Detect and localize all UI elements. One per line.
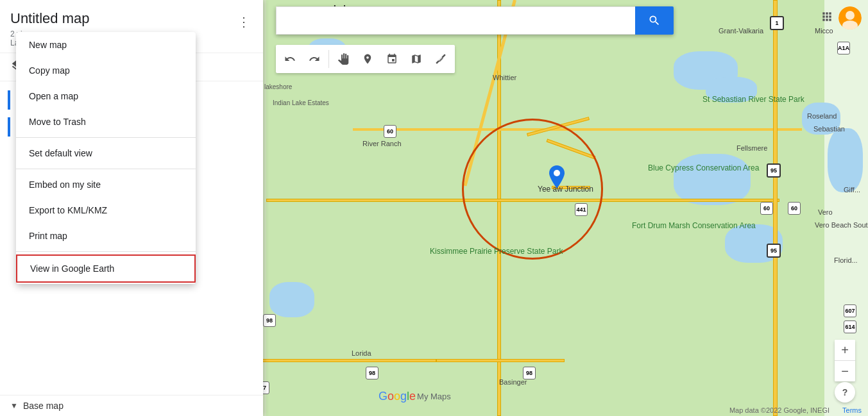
menu-item-view-earth[interactable]: View in Google Earth (16, 254, 196, 283)
road-95 (773, 0, 778, 416)
menu-item-move-trash[interactable]: Move to Trash (16, 109, 196, 135)
shield-98-c: 98 (523, 367, 536, 379)
road-horizontal2 (353, 128, 802, 131)
ruler-icon (435, 53, 447, 65)
menu-item-export-kml[interactable]: Export to KML/KMZ (16, 197, 196, 223)
hand-icon (337, 53, 349, 65)
water-body-4 (674, 154, 751, 205)
svg-point-2 (846, 11, 855, 20)
shield-441-mid: 441 (575, 203, 588, 216)
menu-item-new-map[interactable]: New map (16, 32, 196, 58)
terms-link[interactable]: Terms (842, 406, 862, 414)
shield-95-right: 95 (767, 163, 781, 178)
label-florida: Florid... (834, 256, 858, 264)
shield-a1a: A1A (837, 42, 850, 54)
avatar-image (838, 6, 862, 29)
shield-98: 98 (263, 314, 276, 327)
shape-button[interactable] (405, 47, 428, 71)
road-98-horizontal (244, 359, 436, 362)
base-map-section[interactable]: ▼ Base map (0, 395, 263, 416)
undo-icon (284, 53, 296, 65)
collapse-arrow-icon: ▼ (10, 401, 18, 410)
shield-614: 614 (844, 320, 856, 333)
context-menu: New map Copy map Open a map Move to Tras… (16, 32, 196, 284)
map-title: Untitled map (10, 10, 90, 27)
shield-607: 607 (844, 304, 856, 317)
redo-icon (309, 53, 320, 65)
menu-item-copy-map[interactable]: Copy map (16, 58, 196, 83)
pan-button[interactable] (332, 47, 355, 71)
zoom-out-button[interactable]: − (835, 361, 855, 381)
layer-color-bar-1 (8, 90, 10, 110)
undo-button[interactable] (278, 47, 302, 71)
svg-point-0 (554, 170, 560, 176)
water-body-6 (828, 128, 863, 192)
shape-icon (411, 53, 422, 65)
base-map-label: Base map (23, 401, 64, 411)
shield-60-far: 60 (788, 202, 801, 215)
line-button[interactable] (380, 47, 404, 71)
map-attribution: Map data ©2022 Google, INEGI (729, 406, 830, 414)
shield-98-b: 98 (366, 367, 379, 379)
shield-60: 60 (384, 125, 396, 138)
menu-item-open-map[interactable]: Open a map (16, 83, 196, 109)
path-icon (386, 53, 398, 65)
menu-divider-3 (16, 251, 196, 252)
sidebar: Untitled map 2 vie... Last ... ⋮ Layer 1… (0, 0, 263, 416)
user-area (821, 6, 862, 29)
user-avatar[interactable] (838, 6, 862, 29)
toolbar-sep-1 (328, 50, 329, 68)
zoom-in-button[interactable]: + (835, 340, 855, 360)
search-button[interactable] (635, 6, 674, 35)
road-98-horizontal2 (436, 359, 565, 362)
shield-60-right: 60 (760, 202, 773, 215)
redo-button[interactable] (303, 47, 326, 71)
more-options-button[interactable]: ⋮ (235, 12, 253, 32)
toolbar (276, 45, 455, 73)
search-bar (276, 6, 674, 35)
zoom-controls: + − (835, 340, 855, 381)
help-button[interactable]: ? (835, 382, 855, 403)
shield-1: 1 (770, 16, 784, 30)
menu-item-print-map[interactable]: Print map (16, 223, 196, 249)
search-icon (648, 14, 661, 27)
menu-item-set-default[interactable]: Set default view (16, 140, 196, 166)
ruler-button[interactable] (429, 47, 452, 71)
apps-grid-icon (821, 10, 833, 23)
water-body-3 (706, 77, 757, 103)
road-60-horizontal (266, 199, 779, 202)
menu-item-embed-site[interactable]: Embed on my site (16, 172, 196, 197)
map-pin (549, 165, 565, 186)
pin-icon (362, 53, 373, 65)
menu-divider-1 (16, 137, 196, 138)
google-apps-button[interactable] (821, 10, 833, 26)
layer-color-bar-2 (8, 117, 10, 137)
shield-95-bot: 95 (767, 244, 781, 258)
menu-divider-2 (16, 169, 196, 169)
water-body-8 (269, 282, 314, 317)
water-body-5 (802, 103, 840, 135)
search-input[interactable] (276, 6, 635, 35)
pin-button[interactable] (356, 47, 379, 71)
